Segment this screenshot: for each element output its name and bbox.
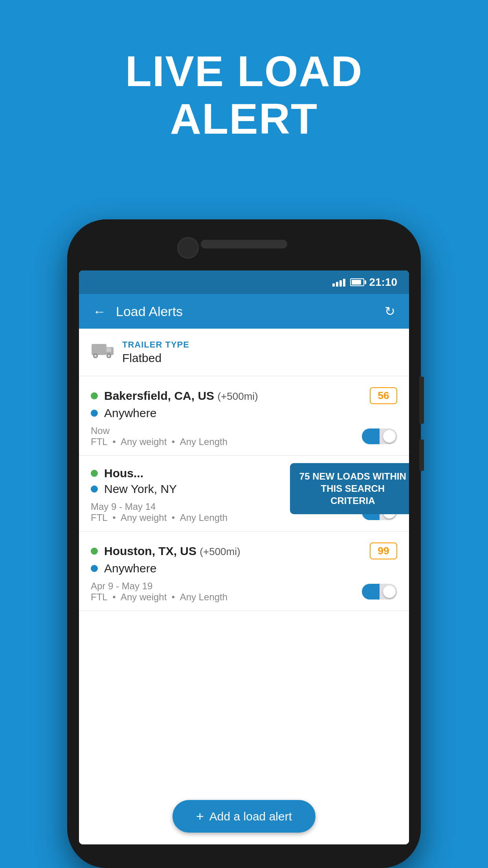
status-time: 21:10 (369, 276, 397, 289)
alert-badge-3: 99 (370, 542, 397, 559)
svg-rect-6 (106, 348, 111, 352)
dest-dot-1 (91, 410, 98, 417)
dest-location-1: Anywhere (104, 406, 156, 420)
dest-location-2: New York, NY (104, 482, 177, 496)
trailer-section: TRAILER TYPE Flatbed (79, 329, 409, 376)
add-alert-label: Add a load alert (209, 810, 292, 823)
status-bar: 21:10 (79, 270, 409, 294)
alert-date-3: Apr 9 - May 19 (91, 581, 152, 591)
battery-icon (350, 278, 364, 286)
alert-toggle-1[interactable] (362, 428, 397, 444)
alert-date-1: Now (91, 425, 110, 436)
back-button[interactable]: ← (91, 302, 108, 321)
alert-item-1[interactable]: Bakersfield, CA, US (+500mi) 56 Anywhere… (79, 376, 409, 456)
svg-point-5 (108, 355, 110, 357)
trailer-type-label: TRAILER TYPE (122, 340, 189, 350)
truck-icon (91, 340, 114, 364)
tooltip-2: 75 NEW LOADS WITHIN THIS SEARCH CRITERIA (290, 463, 409, 514)
phone-shell: 21:10 ← Load Alerts ↻ (67, 219, 421, 868)
alert-ftl-3: FTL (91, 592, 108, 602)
phone-speaker (201, 240, 287, 248)
hero-title: LIVE LOAD ALERT (0, 47, 488, 142)
add-alert-button[interactable]: + Add a load alert (172, 800, 316, 833)
origin-dot-2 (91, 470, 98, 477)
alert-origin-row-1: Bakersfield, CA, US (+500mi) 56 (91, 387, 397, 404)
alert-origin-row-2: Hous... 75 NEW LOADS WITHIN THIS SEARCH … (91, 467, 397, 480)
alert-weight-2: Any weight (121, 512, 167, 523)
alert-length-2: Any Length (180, 512, 227, 523)
phone-mockup: 21:10 ← Load Alerts ↻ (67, 219, 421, 868)
origin-dot-3 (91, 548, 98, 555)
alert-origin-row-3: Houston, TX, US (+500mi) 99 (91, 542, 397, 559)
phone-screen: 21:10 ← Load Alerts ↻ (79, 270, 409, 844)
dest-dot-2 (91, 485, 98, 493)
app-bar-title: Load Alerts (116, 304, 375, 319)
content-area: TRAILER TYPE Flatbed Bakersfield, CA, US… (79, 329, 409, 844)
alert-weight-3: Any weight (121, 592, 167, 602)
phone-side-button-2 (419, 440, 424, 471)
alert-item-2[interactable]: Hous... 75 NEW LOADS WITHIN THIS SEARCH … (79, 456, 409, 531)
status-icons: 21:10 (332, 276, 397, 289)
hero-section: LIVE LOAD ALERT (0, 0, 488, 166)
alert-item-3[interactable]: Houston, TX, US (+500mi) 99 Anywhere Apr… (79, 531, 409, 611)
phone-side-button (419, 377, 424, 424)
alert-dest-row-1: Anywhere (91, 406, 397, 420)
alert-dest-row-3: Anywhere (91, 562, 397, 575)
alert-meta-1: Now FTL • Any weight • Any Length (91, 425, 397, 447)
add-icon: + (196, 809, 204, 824)
alert-ftl-1: FTL (91, 436, 108, 447)
origin-location-3: Houston, TX, US (+500mi) (104, 544, 370, 558)
refresh-button[interactable]: ↻ (383, 302, 397, 321)
origin-location-1: Bakersfield, CA, US (+500mi) (104, 389, 370, 403)
alert-meta-3: Apr 9 - May 19 FTL • Any weight • Any Le… (91, 581, 397, 603)
signal-icon (332, 278, 345, 287)
svg-point-3 (94, 355, 97, 357)
app-bar: ← Load Alerts ↻ (79, 294, 409, 329)
phone-camera (177, 237, 199, 259)
alert-toggle-3[interactable] (362, 584, 397, 600)
alert-length-3: Any Length (180, 592, 227, 602)
alert-length-1: Any Length (180, 436, 227, 447)
alert-date-2: May 9 - May 14 (91, 501, 156, 512)
dest-dot-3 (91, 565, 98, 572)
trailer-info: TRAILER TYPE Flatbed (122, 340, 189, 365)
alert-weight-1: Any weight (121, 436, 167, 447)
dest-location-3: Anywhere (104, 562, 156, 575)
trailer-type-value: Flatbed (122, 351, 189, 365)
alert-badge-1: 56 (370, 387, 397, 404)
svg-rect-0 (92, 344, 106, 355)
alert-ftl-2: FTL (91, 512, 108, 523)
origin-dot-1 (91, 392, 98, 399)
tooltip-wrapper-2: 75 NEW LOADS WITHIN THIS SEARCH CRITERIA… (369, 467, 397, 480)
